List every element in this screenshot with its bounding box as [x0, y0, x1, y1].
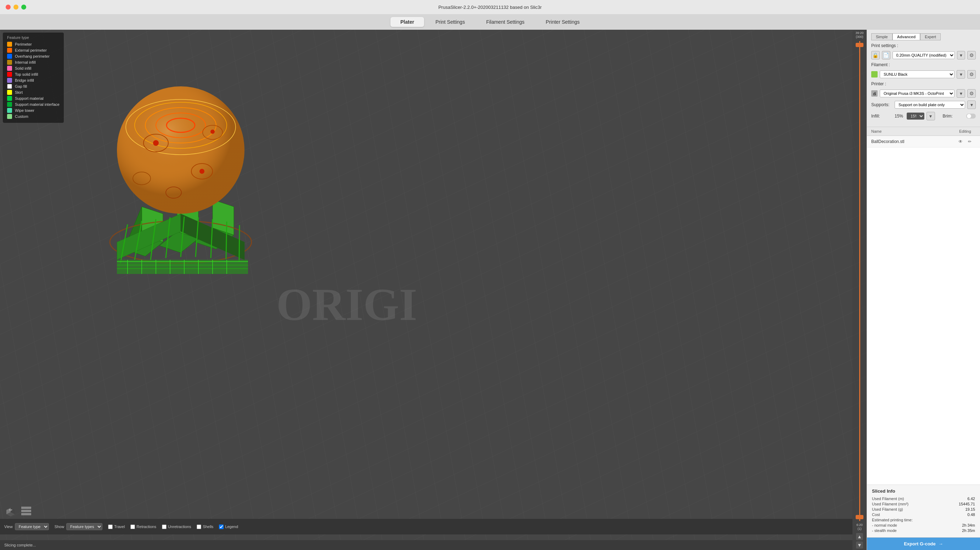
object-name-0: BallDecoration.stl — [871, 139, 955, 144]
object-edit-icon-0[interactable]: ✏ — [966, 138, 973, 145]
print-file-btn[interactable]: 📄 — [882, 51, 890, 59]
window-title: PrusaSlicer-2.2.0+-202003211132 based on… — [438, 5, 542, 10]
print-settings-row: Print settings : — [871, 43, 976, 48]
filament-gear-btn[interactable]: ⚙ — [967, 70, 976, 79]
stealth-mode-label: - stealth mode — [872, 528, 897, 533]
svg-text:ORIGI: ORIGI — [276, 279, 417, 330]
minimize-button[interactable] — [13, 5, 18, 10]
filament-color-swatch[interactable] — [871, 71, 878, 78]
legend-color-top-solid — [7, 72, 12, 77]
tab-expert[interactable]: Expert — [920, 33, 941, 40]
infill-dropdown-btn[interactable]: ▾ — [926, 112, 935, 120]
print-gear-btn[interactable]: ⚙ — [967, 51, 976, 59]
filament-row: SUNLU Black ▾ ⚙ — [871, 70, 976, 79]
col-name-header: Name — [871, 129, 955, 133]
object-eye-icon-0[interactable]: 👁 — [957, 138, 964, 145]
feature-legend: Feature type Perimeter External perimete… — [3, 33, 64, 123]
export-gcode-button[interactable]: Export G-code → — [867, 537, 980, 550]
legend-color-support — [7, 96, 12, 101]
tab-printer-settings[interactable]: Printer Settings — [536, 17, 590, 27]
travel-checkbox[interactable] — [108, 525, 113, 529]
cost-value: 0.48 — [967, 512, 975, 517]
tab-print-settings[interactable]: Print Settings — [426, 17, 475, 27]
info-row-filament-m: Used Filament (m) 6.42 — [872, 496, 975, 501]
shells-label: Shells — [203, 525, 213, 529]
filament-label: Filament : — [871, 62, 892, 67]
info-row-normal-mode: - normal mode 2h 34m — [872, 523, 975, 527]
view-type-select[interactable]: Feature type — [15, 523, 49, 530]
svg-rect-55 — [22, 507, 31, 509]
layer-down-button[interactable]: ▲ — [856, 533, 863, 540]
legend-item-perimeter: Perimeter — [7, 42, 59, 47]
filament-label-row: Filament : — [871, 62, 976, 67]
sliced-info-panel: Sliced Info Used Filament (m) 6.42 Used … — [867, 485, 980, 537]
est-time-label: Estimated printing time: — [872, 518, 913, 522]
filament-g-value: 19.15 — [965, 507, 975, 512]
filament-m-value: 6.42 — [967, 496, 975, 501]
shells-checkbox[interactable] — [197, 525, 201, 529]
show-select[interactable]: Feature types — [66, 523, 102, 530]
slider-track[interactable] — [859, 41, 860, 521]
slider-thumb-bottom[interactable] — [856, 515, 864, 519]
printer-icon: 🖨 — [871, 90, 878, 97]
svg-rect-56 — [22, 510, 31, 512]
legend-item-top-solid: Top solid infill — [7, 72, 59, 77]
legend-color-bridge-infill — [7, 78, 12, 83]
legend-color-perimeter — [7, 42, 12, 47]
supports-dropdown-btn[interactable]: ▾ — [967, 100, 976, 109]
info-row-stealth-mode: - stealth mode 2h 35m — [872, 528, 975, 533]
legend-item-external-perimeter: External perimeter — [7, 48, 59, 53]
status-message: Slicing complete... — [4, 543, 36, 547]
layer-slider[interactable]: 39:20 (300) 6:20 (1) ▲ ▼ — [853, 30, 867, 550]
print-lock-btn[interactable]: 🔒 — [871, 51, 880, 59]
cost-label: Cost — [872, 512, 880, 517]
tab-filament-settings[interactable]: Filament Settings — [476, 17, 534, 27]
brim-label: Brim: — [943, 114, 964, 119]
title-bar: PrusaSlicer-2.2.0+-202003211132 based on… — [0, 0, 980, 14]
slider-thumb-top[interactable] — [856, 43, 864, 47]
supports-label: Supports: — [871, 102, 892, 107]
infill-brim-row: Infill: 15% 15% ▾ Brim: — [871, 112, 976, 120]
legend-checkbox[interactable] — [219, 525, 224, 529]
retractions-checkbox[interactable] — [130, 525, 135, 529]
viewport[interactable]: ORIGI Feature type Perimeter External pe… — [0, 30, 867, 550]
filament-dropdown-btn[interactable]: ▾ — [957, 70, 965, 79]
close-button[interactable] — [6, 5, 11, 10]
print-dropdown-btn[interactable]: ▾ — [957, 51, 966, 59]
filament-g-label: Used Filament (g) — [872, 507, 903, 512]
export-gcode-label: Export G-code — [904, 541, 936, 547]
menu-bar: Plater Print Settings Filament Settings … — [0, 14, 980, 30]
main-content: ORIGI Feature type Perimeter External pe… — [0, 30, 980, 550]
unretractions-checkbox-group: Unretractions — [162, 525, 191, 529]
right-panel-settings: Simple Advanced Expert Print settings : … — [867, 30, 980, 127]
nav-cube[interactable]: TOP — [4, 501, 33, 522]
unretractions-checkbox[interactable] — [162, 525, 167, 529]
object-list-header: Name Editing — [867, 127, 980, 136]
maximize-button[interactable] — [21, 5, 26, 10]
tab-plater[interactable]: Plater — [390, 17, 424, 27]
brim-toggle[interactable] — [966, 114, 976, 119]
printer-select[interactable]: Original Prusa i3 MK3S - OctoPrint — [880, 90, 955, 97]
legend-color-overhang — [7, 54, 12, 59]
travel-label: Travel — [114, 525, 125, 529]
tab-advanced[interactable]: Advanced — [892, 33, 921, 40]
retractions-checkbox-group: Retractions — [130, 525, 156, 529]
legend-color-custom — [7, 114, 12, 119]
svg-line-36 — [226, 222, 227, 259]
legend-color-gap-fill — [7, 84, 12, 89]
supports-select[interactable]: Support on build plate only — [895, 101, 965, 109]
printer-gear-btn[interactable]: ⚙ — [967, 89, 976, 98]
tab-simple[interactable]: Simple — [871, 33, 892, 40]
nav-cube-3d[interactable]: TOP — [4, 502, 17, 520]
printer-dropdown-btn[interactable]: ▾ — [957, 89, 965, 98]
infill-select[interactable]: 15% — [907, 113, 924, 120]
legend-title: Feature type — [7, 35, 59, 40]
print-quality-select[interactable]: 0.20mm QUALITY (modified) — [892, 51, 955, 59]
supports-row: Supports: Support on build plate only ▾ — [871, 100, 976, 109]
nav-cube-layers[interactable] — [20, 502, 33, 520]
filament-select[interactable]: SUNLU Black — [880, 70, 955, 78]
sliced-info-title: Sliced Info — [872, 488, 975, 494]
legend-item-wipe-tower: Wipe tower — [7, 108, 59, 113]
svg-text:TOP: TOP — [9, 509, 12, 511]
layer-up-button[interactable]: ▼ — [856, 542, 863, 548]
